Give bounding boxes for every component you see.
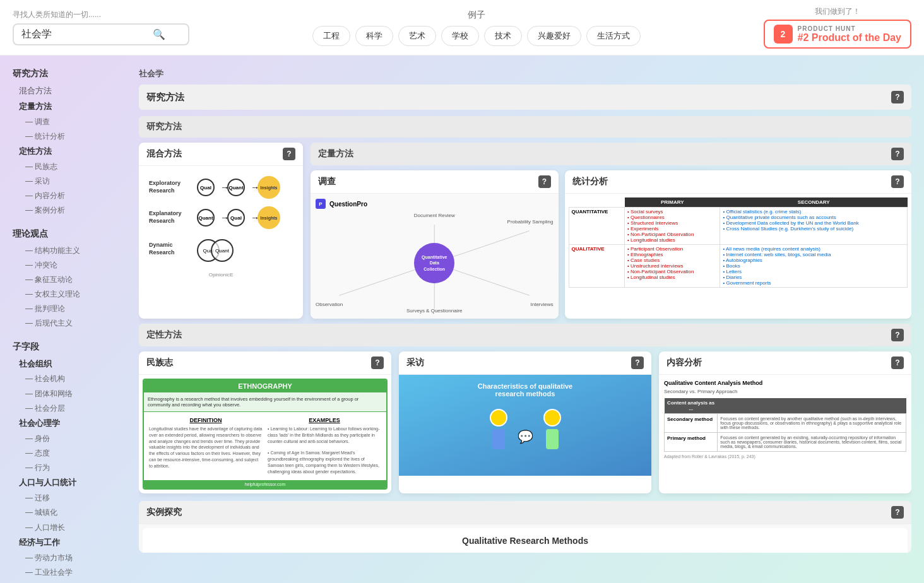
example-btn-arts[interactable]: 艺术 bbox=[398, 26, 436, 46]
sidebar-section-research: 研究方法 混合方法 定量方法 — 调查 — 统计分析 定性方法 — 民族志 — … bbox=[13, 68, 126, 218]
case-study-section: 实例探究 ? Qualitative Research Methods Obse… bbox=[139, 501, 911, 553]
example-btn-tech[interactable]: 技术 bbox=[484, 26, 522, 46]
example-btn-lifestyle[interactable]: 生活方式 bbox=[586, 26, 641, 46]
sidebar-item-stats[interactable]: — 统计分析 bbox=[13, 129, 126, 144]
stats-table-container: PRIMARY SECONDARY QUANTITATIVE bbox=[565, 194, 912, 292]
stats-qual-p2: • Ethnographies bbox=[627, 252, 663, 257]
section-header-quant[interactable]: 定量方法 ? bbox=[311, 143, 911, 165]
product-hunt-badge[interactable]: 2 PRODUCT HUNT #2 Product of the Day bbox=[764, 20, 911, 49]
example-btn-engineering[interactable]: 工程 bbox=[312, 26, 350, 46]
mm-quant-3: Quant bbox=[211, 239, 234, 262]
search-input[interactable] bbox=[21, 29, 148, 40]
example-btn-school[interactable]: 学校 bbox=[441, 26, 479, 46]
sidebar-item-labor[interactable]: — 劳动力市场 bbox=[13, 551, 126, 565]
stats-qual-p4: • Unstructured interviews bbox=[627, 263, 684, 269]
product-hunt-label: 我们做到了！ bbox=[815, 6, 860, 17]
search-hint: 寻找人类所知道的一切...... bbox=[13, 9, 189, 20]
stats-type-qual: QUALITATIVE bbox=[569, 245, 625, 288]
stats-qual-s3: • Autobiographies bbox=[723, 257, 762, 263]
section-header-research-sub[interactable]: 研究方法 bbox=[139, 116, 911, 138]
sidebar-item-behavior[interactable]: — 行为 bbox=[13, 461, 126, 475]
ca-desc-secondary: Focuses on content generated by another … bbox=[718, 414, 906, 433]
question-mark-quant[interactable]: ? bbox=[891, 148, 904, 160]
sidebar-item-social-psych[interactable]: 社会心理学 bbox=[13, 416, 126, 432]
sidebar-item-economy[interactable]: 经济与工作 bbox=[13, 535, 126, 551]
sidebar-item-identity[interactable]: — 身份 bbox=[13, 432, 126, 446]
sidebar-item-survey[interactable]: — 调查 bbox=[13, 115, 126, 129]
sidebar-item-migration[interactable]: — 迁移 bbox=[13, 491, 126, 505]
question-mark-interview[interactable]: ? bbox=[631, 356, 644, 369]
sidebar-item-symbolic[interactable]: — 象征互动论 bbox=[13, 273, 126, 287]
sidebar-item-groups[interactable]: — 团体和网络 bbox=[13, 387, 126, 401]
sidebar-item-quantitative[interactable]: 定量方法 bbox=[13, 99, 126, 115]
interview-illustration: 💬 bbox=[490, 409, 561, 449]
sidebar-item-content-analysis[interactable]: — 内容分析 bbox=[13, 189, 126, 203]
stats-quant-primary: • Social surveys • Questionnaires • Stru… bbox=[625, 208, 720, 245]
ph-rank: #2 Product of the Day bbox=[798, 32, 901, 44]
question-mark-research-top[interactable]: ? bbox=[891, 91, 904, 103]
question-mark-mixed[interactable]: ? bbox=[283, 148, 295, 160]
sidebar-item-structural[interactable]: — 结构功能主义 bbox=[13, 244, 126, 258]
quantitative-section: 定量方法 ? 调查 ? bbox=[311, 143, 911, 319]
sidebar-item-attitude[interactable]: — 态度 bbox=[13, 446, 126, 461]
survey-logo: P QuestionPro bbox=[316, 199, 554, 209]
sidebar-item-workplace[interactable]: — 职场文化 bbox=[13, 580, 126, 583]
ethnography-content: DEFINITION Longitudinal studies have the… bbox=[144, 412, 386, 480]
card-header-case-study: 实例探究 ? bbox=[139, 501, 911, 524]
sidebar-item-interview[interactable]: — 采访 bbox=[13, 174, 126, 189]
sidebar-item-population[interactable]: — 人口增长 bbox=[13, 521, 126, 535]
ca-row-primary: Primary method Focuses on content genera… bbox=[665, 433, 906, 452]
sidebar-item-case-study[interactable]: — 案例分析 bbox=[13, 203, 126, 218]
section-header-research-top[interactable]: 研究方法 ? bbox=[139, 85, 911, 110]
sidebar-title-subfields: 子字段 bbox=[13, 341, 126, 353]
app-container: 寻找人类所知道的一切...... 🔍 例子 工程 科学 艺术 学校 技术 兴趣爱… bbox=[0, 0, 924, 583]
question-mark-case-study[interactable]: ? bbox=[891, 506, 904, 519]
stats-row-quantitative: QUANTITATIVE • Social surveys • Question… bbox=[569, 208, 908, 245]
ethnography-description: Ethnography is a research method that in… bbox=[144, 392, 386, 412]
ca-method-primary: Primary method bbox=[665, 433, 718, 452]
stats-qual-s4: • Books bbox=[723, 263, 740, 269]
sidebar-item-stratification[interactable]: — 社会分层 bbox=[13, 401, 126, 416]
sidebar-item-institutions[interactable]: — 社会机构 bbox=[13, 372, 126, 386]
sidebar-section-subfields: 子字段 社会组织 — 社会机构 — 团体和网络 — 社会分层 社会心理学 — 身… bbox=[13, 341, 126, 583]
stats-th-secondary: SECONDARY bbox=[720, 197, 908, 208]
sidebar-item-mixed[interactable]: 混合方法 bbox=[13, 83, 126, 99]
ethnography-card-inner: ETHNOGRAPHY Ethnography is a research me… bbox=[143, 379, 388, 490]
ca-main-title: Qualitative Content Analysis Method bbox=[664, 380, 906, 386]
question-mark-content-analysis[interactable]: ? bbox=[891, 356, 904, 369]
examples-label: 例子 bbox=[468, 9, 485, 21]
example-btn-science[interactable]: 科学 bbox=[355, 26, 393, 46]
stats-qual-secondary: • All news media (requires content analy… bbox=[720, 245, 908, 288]
sidebar-item-ethnography[interactable]: — 民族志 bbox=[13, 160, 126, 174]
illustration-speech: 💬 bbox=[518, 429, 533, 449]
sidebar-item-industrial[interactable]: — 工业社会学 bbox=[13, 565, 126, 580]
interview-image-title: Characteristics of qualitativeresearch m… bbox=[478, 382, 572, 398]
mm-insight-2: Insights bbox=[258, 206, 280, 229]
header: 寻找人类所知道的一切...... 🔍 例子 工程 科学 艺术 学校 技术 兴趣爱… bbox=[0, 0, 924, 56]
sidebar-item-conflict[interactable]: — 冲突论 bbox=[13, 258, 126, 273]
question-mark-survey[interactable]: ? bbox=[538, 175, 551, 188]
sidebar-item-feminist[interactable]: — 女权主义理论 bbox=[13, 287, 126, 302]
mm-overlap-2: Quant → Qual → Insights bbox=[197, 206, 280, 229]
stats-qual-p5: • Non-Participant Observation bbox=[627, 269, 694, 274]
stats-quant-p2: • Questionnaires bbox=[627, 215, 665, 220]
stats-th-primary: PRIMARY bbox=[625, 197, 720, 208]
question-mark-ethnography[interactable]: ? bbox=[371, 356, 384, 369]
sidebar-item-postmodern[interactable]: — 后现代主义 bbox=[13, 316, 126, 331]
ethnography-examples-title: EXAMPLES bbox=[268, 417, 381, 423]
section-header-qualitative[interactable]: 定性方法 ? bbox=[139, 324, 911, 346]
stats-quant-p4: • Experiments bbox=[627, 226, 658, 232]
sidebar-item-social-org[interactable]: 社会组织 bbox=[13, 356, 126, 372]
product-hunt-section: 我们做到了！ 2 PRODUCT HUNT #2 Product of the … bbox=[764, 6, 911, 49]
sidebar-item-qualitative[interactable]: 定性方法 bbox=[13, 144, 126, 160]
illustration-body-left bbox=[492, 429, 505, 449]
sidebar-item-critical[interactable]: — 批判理论 bbox=[13, 302, 126, 316]
question-mark-stats[interactable]: ? bbox=[891, 175, 904, 188]
sidebar-item-demography[interactable]: 人口与人口统计 bbox=[13, 475, 126, 491]
stats-qual-primary: • Participant Observation • Ethnographie… bbox=[625, 245, 720, 288]
question-mark-qualitative[interactable]: ? bbox=[891, 329, 904, 341]
example-btn-hobbies[interactable]: 兴趣爱好 bbox=[527, 26, 581, 46]
stats-qual-s6: • Diaries bbox=[723, 274, 742, 280]
search-button[interactable]: 🔍 bbox=[153, 28, 165, 40]
sidebar-item-urbanization[interactable]: — 城镇化 bbox=[13, 505, 126, 520]
